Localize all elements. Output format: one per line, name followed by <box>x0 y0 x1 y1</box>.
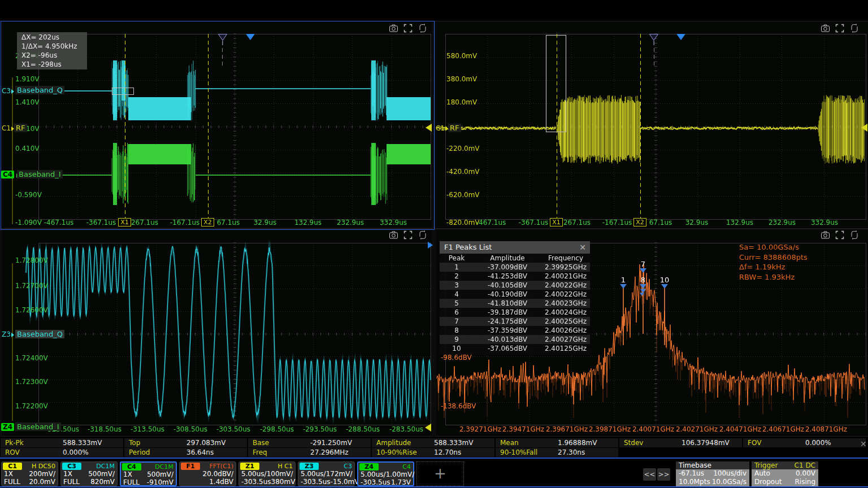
fullscreen-icon[interactable] <box>835 24 845 33</box>
measurement-item[interactable]: 10-90%Rise12.70ns <box>372 448 494 457</box>
channel-attenuation: 5.00us/ <box>241 470 267 478</box>
peak-marker-number: 7 <box>641 260 645 268</box>
channel-descriptor-c1[interactable]: C1H DC501X200mV/FULL20.0mV <box>1 461 58 486</box>
waveform-canvas-top-right <box>435 21 868 228</box>
channel-header: Z3C3 <box>298 462 354 470</box>
tl-x-tick-label: 32.9us <box>254 219 277 226</box>
measurement-item[interactable]: Top297.083mV <box>124 438 247 447</box>
measurement-item[interactable]: Period36.64ns <box>124 448 247 457</box>
trace-label-baseband-i: Baseband_I <box>17 170 63 178</box>
channel-coupling-tag: DC1M <box>155 463 176 470</box>
cursor-x1-badge[interactable]: X1 <box>550 218 563 226</box>
flip-page-icon[interactable] <box>850 24 860 33</box>
z3-marker[interactable]: Z3 <box>2 330 14 338</box>
camera-icon[interactable] <box>821 230 830 240</box>
f1-position-indicator[interactable] <box>428 242 433 249</box>
tr-y-tick-label: 180.0mV <box>446 98 477 106</box>
peak-amplitude: -40.190dBV <box>474 290 541 299</box>
trigger-level-arrow[interactable] <box>861 124 867 132</box>
channel-row: 5.00us/172mV/ <box>298 470 354 478</box>
channel-descriptor-z1[interactable]: Z1H C15.00us/100mV/-303.5us380mV <box>238 461 296 486</box>
trigger-position-marker[interactable] <box>246 34 255 40</box>
camera-icon[interactable] <box>821 24 830 33</box>
cursor-x2-badge[interactable]: X2 <box>633 218 646 226</box>
channel-descriptor-c4[interactable]: C4DC1M1X500mV/FULL-910mV <box>120 461 177 486</box>
nav-next-button[interactable]: >> <box>657 468 670 481</box>
trigger-level-arrow[interactable] <box>426 124 432 132</box>
measurement-label: Top <box>129 439 140 447</box>
channel-scale: 500mV/ <box>147 470 173 478</box>
bl-x-tick-label: -303.50us <box>216 425 250 433</box>
peak-marker-number: 8 <box>641 276 645 284</box>
measurement-item[interactable]: Amplitude588.333mV <box>372 438 494 447</box>
c1-marker[interactable]: C1 <box>2 124 14 132</box>
peaks-list-row: 8-37.359dBV2.40026GHz <box>440 326 590 335</box>
close-icon[interactable]: ✕ <box>579 241 586 254</box>
camera-icon[interactable] <box>389 230 398 240</box>
bl-y-tick-label: 1.72600V <box>15 306 48 314</box>
br-x-tick-label: 2.40871GHz <box>805 425 847 433</box>
peaks-list-row: 7-24.175dBV2.40025GHz <box>440 317 590 326</box>
measurement-item[interactable]: Mean1.96888mV <box>496 438 618 447</box>
timebase-panel[interactable]: Timebase -67.1us100us/div 10.0Mpts10.0GS… <box>676 461 749 486</box>
c3-marker[interactable]: C3 <box>2 87 14 95</box>
peaks-list-row: 2-41.253dBV2.40021GHz <box>440 272 590 281</box>
flip-page-icon[interactable] <box>418 230 428 240</box>
peaks-list-row: 3-40.105dBV2.40022GHz <box>440 281 590 290</box>
measurement-item[interactable]: 90-10%Fall27.30ns <box>496 448 618 457</box>
channel-badge: Z3 <box>300 463 319 470</box>
tr-c1-marker[interactable]: C1 <box>436 124 448 132</box>
measurement-item[interactable]: Stdev106.37948mV <box>619 438 742 447</box>
trigger-panel[interactable]: TriggerC1 DC Auto0.00V DropoutRising <box>752 461 818 486</box>
channel-descriptor-c3[interactable]: C3DC1M1X500mV/FULL820mV <box>60 461 118 486</box>
fft-info-line: RBW= 1.93kHz <box>739 273 795 281</box>
cursor-x1-badge[interactable]: X1 <box>118 218 131 226</box>
channel-descriptor-f1[interactable]: F1FFT(C1)20.0dBV/1.4dBV <box>179 461 236 486</box>
peaks-list-titlebar[interactable]: F1 Peaks List ✕ <box>440 241 590 254</box>
trigger-delay-marker[interactable] <box>649 33 659 48</box>
z4-badge[interactable]: Z4 <box>1 423 14 431</box>
br-x-tick-label: 2.39471GHz <box>502 425 544 433</box>
peaks-list-window[interactable]: F1 Peaks List ✕ Peak Amplitude Frequency… <box>440 241 590 355</box>
tl-x-tick-label: 267.1us <box>131 219 158 226</box>
nav-prev-button[interactable]: << <box>643 468 656 481</box>
br-x-tick-label: 2.39271GHz <box>459 425 501 433</box>
bl-trace-label-baseband-i: Baseband_I <box>15 422 61 431</box>
measurement-item[interactable]: ROV0.000% <box>1 448 123 457</box>
trigger-position-marker[interactable] <box>676 34 685 40</box>
flip-page-icon[interactable] <box>850 230 860 240</box>
camera-icon[interactable] <box>389 24 398 33</box>
cursor-info-line: X2= -96us <box>17 51 87 60</box>
trigger-delay-marker[interactable] <box>218 33 228 48</box>
measurement-item[interactable]: FOV0.000% <box>743 438 866 447</box>
measurement-item[interactable]: Pk-Pk588.333mV <box>1 438 123 447</box>
channel-scale: 1.00mV/ <box>386 470 415 478</box>
c4-badge[interactable]: C4 <box>1 171 14 178</box>
measurement-close-icon[interactable]: ✕ <box>860 439 867 448</box>
add-trace-button[interactable]: + <box>416 461 464 486</box>
fullscreen-icon[interactable] <box>403 230 413 240</box>
cursor-x2-badge[interactable]: X2 <box>201 218 214 226</box>
channel-row: -303.5us380mV <box>239 478 295 486</box>
fullscreen-icon[interactable] <box>403 24 413 33</box>
peak-index: 9 <box>440 335 474 344</box>
channel-header: C1H DC50 <box>2 462 58 470</box>
fullscreen-icon[interactable] <box>835 230 845 240</box>
channel-descriptor-z4[interactable]: Z4C45.00us/1.00mV/-303.5us1.73V <box>357 461 414 486</box>
channel-scale: 20.0dBV/ <box>203 470 233 478</box>
waveform-canvas-bottom-left <box>1 229 433 436</box>
measurement-value: 1.96888mV <box>558 439 597 447</box>
flip-page-icon[interactable] <box>418 24 428 33</box>
measurement-label: FOV <box>748 439 761 447</box>
measurement-item[interactable]: Freq27.296MHz <box>248 448 371 457</box>
br-x-tick-label: 2.40071GHz <box>632 425 674 433</box>
zoom-position-arrow[interactable] <box>425 424 431 432</box>
timebase-delay: -67.1us <box>679 469 704 478</box>
measurement-item[interactable]: Base-291.250mV <box>248 438 371 447</box>
channel-bandwidth: FULL <box>63 478 80 486</box>
measurement-label: 90-10%Fall <box>500 448 537 456</box>
br-x-tick-label: 2.40271GHz <box>676 425 718 433</box>
peak-index: 1 <box>440 263 474 272</box>
channel-scale: 200mV/ <box>29 470 55 478</box>
channel-descriptor-z3[interactable]: Z3C35.00us/172mV/-303.5us-15.0mV <box>298 461 355 486</box>
